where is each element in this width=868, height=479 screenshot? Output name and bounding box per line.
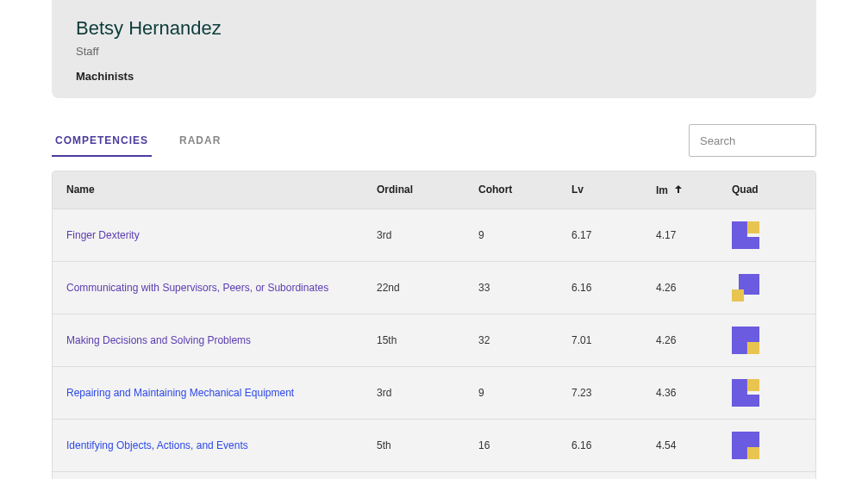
cell-quad	[732, 274, 784, 302]
person-name: Betsy Hernandez	[76, 17, 792, 40]
col-header-lv[interactable]: Lv	[571, 184, 656, 196]
cell-im: 4.26	[656, 282, 732, 294]
person-category: Machinists	[76, 70, 792, 83]
cell-lv: 6.17	[571, 229, 656, 241]
cell-im: 4.26	[656, 334, 732, 346]
cell-ordinal: 3rd	[377, 229, 478, 241]
cell-lv: 6.16	[571, 439, 656, 451]
cell-cohort: 9	[478, 229, 571, 241]
cell-cohort: 16	[478, 439, 571, 451]
sort-ascending-icon	[673, 184, 684, 196]
competency-link[interactable]: Identifying Objects, Actions, and Events	[66, 439, 248, 451]
tab-competencies[interactable]: COMPETENCIES	[52, 126, 152, 157]
col-header-im[interactable]: Im	[656, 184, 732, 196]
profile-header-card: Betsy Hernandez Staff Machinists	[52, 0, 816, 98]
cell-cohort: 9	[478, 387, 571, 399]
col-header-name[interactable]: Name	[66, 184, 377, 196]
cell-quad	[732, 432, 784, 459]
cell-lv: 7.01	[571, 334, 656, 346]
person-role: Staff	[76, 45, 792, 58]
cell-ordinal: 3rd	[377, 387, 478, 399]
quad-icon	[732, 274, 759, 302]
cell-cohort: 33	[478, 282, 571, 294]
competency-link[interactable]: Making Decisions and Solving Problems	[66, 334, 251, 346]
cell-quad	[732, 327, 784, 354]
cell-ordinal: 15th	[377, 334, 478, 346]
search-input[interactable]	[689, 124, 816, 157]
competency-link[interactable]: Finger Dexterity	[66, 229, 140, 241]
controls-row: COMPETENCIES RADAR	[52, 124, 816, 157]
table-row: Communicating with Supervisors, Peers, o…	[53, 261, 815, 314]
table-row: Repairing and Maintaining Mechanical Equ…	[53, 366, 815, 419]
competency-link[interactable]: Repairing and Maintaining Mechanical Equ…	[66, 387, 294, 399]
quad-icon	[732, 221, 759, 249]
table-row: Monitor Processes, Materials, or Surroun…	[53, 471, 815, 479]
cell-lv: 6.16	[571, 282, 656, 294]
tabs: COMPETENCIES RADAR	[52, 126, 224, 157]
cell-im: 4.36	[656, 387, 732, 399]
col-header-quad[interactable]: Quad	[732, 184, 784, 196]
cell-ordinal: 5th	[377, 439, 478, 451]
cell-lv: 7.23	[571, 387, 656, 399]
table-row: Making Decisions and Solving Problems15t…	[53, 314, 815, 366]
table-row: Identifying Objects, Actions, and Events…	[53, 419, 815, 471]
tab-radar[interactable]: RADAR	[176, 126, 224, 157]
col-header-ordinal[interactable]: Ordinal	[377, 184, 478, 196]
cell-ordinal: 22nd	[377, 282, 478, 294]
col-header-im-label: Im	[656, 184, 668, 196]
col-header-cohort[interactable]: Cohort	[478, 184, 571, 196]
table-row: Finger Dexterity3rd96.174.17	[53, 208, 815, 261]
competency-link[interactable]: Communicating with Supervisors, Peers, o…	[66, 282, 328, 294]
competencies-table: Name Ordinal Cohort Lv Im Quad Finger De…	[52, 171, 816, 479]
cell-quad	[732, 221, 784, 249]
quad-icon	[732, 379, 759, 407]
quad-icon	[732, 432, 759, 459]
cell-im: 4.54	[656, 439, 732, 451]
table-header-row: Name Ordinal Cohort Lv Im Quad	[53, 171, 815, 208]
cell-cohort: 32	[478, 334, 571, 346]
quad-icon	[732, 327, 759, 354]
cell-im: 4.17	[656, 229, 732, 241]
cell-quad	[732, 379, 784, 407]
